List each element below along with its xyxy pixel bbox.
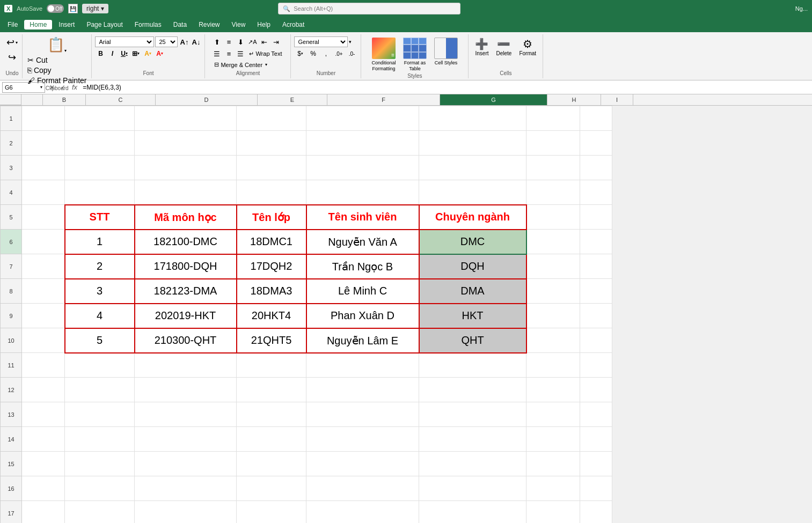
cell-I3[interactable] — [580, 156, 612, 180]
cell-F1[interactable] — [306, 106, 419, 131]
fill-color-button[interactable]: A▾ — [142, 48, 153, 59]
col-header-B[interactable]: B — [43, 94, 86, 105]
cell-G6[interactable]: DMC — [419, 230, 526, 254]
cell-H2[interactable] — [526, 131, 580, 156]
cell-E1[interactable] — [237, 106, 306, 131]
cell-F3[interactable] — [306, 156, 419, 180]
indent-decrease-button[interactable]: ⇤ — [259, 36, 269, 47]
wrap-text-button[interactable]: ↵ Wrap Text — [247, 50, 284, 58]
cell-C2[interactable] — [65, 131, 135, 156]
orientation-button[interactable]: ↗A — [247, 36, 258, 47]
cell-I2[interactable] — [580, 131, 612, 156]
col-header-D[interactable]: D — [156, 94, 258, 105]
insert-cells-button[interactable]: ➕ Insert — [472, 36, 492, 57]
cell-E6[interactable]: 18DMC1 — [237, 230, 306, 254]
cell-F9[interactable]: Phan Xuân D — [306, 304, 419, 328]
align-middle-button[interactable]: ≡ — [223, 36, 234, 47]
cell-styles-button[interactable]: Cell Styles — [431, 36, 460, 67]
cell-F5-ten-sinh-vien[interactable]: Tên sinh viên — [306, 205, 419, 230]
font-size-select[interactable]: 25 — [155, 36, 178, 47]
cell-H10[interactable] — [526, 328, 580, 353]
cell-I10[interactable] — [580, 328, 612, 353]
cell-F4[interactable] — [306, 180, 419, 205]
cell-F7[interactable]: Trần Ngọc B — [306, 254, 419, 279]
align-right-button[interactable]: ☰ — [235, 48, 246, 59]
increase-decimal-button[interactable]: .0+ — [333, 48, 345, 59]
formula-cancel-icon[interactable]: ✕ — [47, 83, 57, 92]
cell-B2[interactable] — [22, 131, 65, 156]
col-header-G[interactable]: G — [440, 94, 547, 105]
cell-C4[interactable] — [65, 180, 135, 205]
cell-E2[interactable] — [237, 131, 306, 156]
cell-E4[interactable] — [237, 180, 306, 205]
cell-G8[interactable]: DMA — [419, 279, 526, 304]
italic-button[interactable]: I — [107, 48, 118, 59]
cell-H1[interactable] — [526, 106, 580, 131]
copy-button[interactable]: ⎘ Copy — [26, 65, 88, 75]
cell-E7[interactable]: 17DQH2 — [237, 254, 306, 279]
cell-I6[interactable] — [580, 230, 612, 254]
cell-B5[interactable] — [22, 205, 65, 230]
cell-C6[interactable]: 1 — [65, 230, 135, 254]
delete-cells-button[interactable]: ➖ Delete — [493, 36, 515, 57]
cell-D9[interactable]: 202019-HKT — [135, 304, 237, 328]
menu-home[interactable]: Home — [24, 20, 52, 30]
menu-view[interactable]: View — [226, 20, 251, 30]
cell-C10[interactable]: 5 — [65, 328, 135, 353]
cell-H5[interactable] — [526, 205, 580, 230]
cell-I5[interactable] — [580, 205, 612, 230]
underline-button[interactable]: U▾ — [119, 48, 129, 59]
cell-E9[interactable]: 20HKT4 — [237, 304, 306, 328]
cell-C5-stt[interactable]: STT — [65, 205, 135, 230]
cell-H3[interactable] — [526, 156, 580, 180]
formula-confirm-icon[interactable]: ✓ — [58, 83, 68, 92]
borders-button[interactable]: ⊞▾ — [130, 48, 141, 59]
cell-F6[interactable]: Nguyễn Văn A — [306, 230, 419, 254]
cell-D10[interactable]: 210300-QHT — [135, 328, 237, 353]
cell-B4[interactable] — [22, 180, 65, 205]
cell-B6[interactable] — [22, 230, 65, 254]
font-name-select[interactable]: Arial — [95, 36, 154, 47]
cell-reference-box[interactable]: G6 ▾ — [2, 82, 45, 93]
font-color-button[interactable]: A▾ — [154, 48, 165, 59]
cell-H7[interactable] — [526, 254, 580, 279]
cell-H6[interactable] — [526, 230, 580, 254]
bold-button[interactable]: B — [95, 48, 106, 59]
cell-B8[interactable] — [22, 279, 65, 304]
cell-F10[interactable]: Nguyễn Lâm E — [306, 328, 419, 353]
align-center-button[interactable]: ≡ — [223, 48, 234, 59]
menu-insert[interactable]: Insert — [53, 20, 80, 30]
menu-file[interactable]: File — [2, 20, 23, 30]
cell-F8[interactable]: Lê Minh C — [306, 279, 419, 304]
cell-I7[interactable] — [580, 254, 612, 279]
cell-D3[interactable] — [135, 156, 237, 180]
cell-I8[interactable] — [580, 279, 612, 304]
cell-C3[interactable] — [65, 156, 135, 180]
cell-B3[interactable] — [22, 156, 65, 180]
cell-H4[interactable] — [526, 180, 580, 205]
number-format-select[interactable]: General — [294, 36, 348, 47]
cell-E8[interactable]: 18DMA3 — [237, 279, 306, 304]
cell-C8[interactable]: 3 — [65, 279, 135, 304]
percent-button[interactable]: % — [307, 48, 319, 59]
cell-B9[interactable] — [22, 304, 65, 328]
col-header-F[interactable]: F — [327, 94, 440, 105]
cell-G1[interactable] — [419, 106, 526, 131]
save-button[interactable]: 💾 — [68, 4, 78, 13]
cell-D1[interactable] — [135, 106, 237, 131]
indent-increase-button[interactable]: ⇥ — [270, 36, 281, 47]
cell-G5-chuyen-nganh[interactable]: Chuyên ngành — [419, 205, 526, 230]
cell-C9[interactable]: 4 — [65, 304, 135, 328]
cell-D2[interactable] — [135, 131, 237, 156]
cell-E3[interactable] — [237, 156, 306, 180]
paste-button[interactable]: 📋 ▾ — [46, 35, 68, 54]
cell-G3[interactable] — [419, 156, 526, 180]
cell-H8[interactable] — [526, 279, 580, 304]
cell-I9[interactable] — [580, 304, 612, 328]
menu-page-layout[interactable]: Page Layout — [81, 20, 128, 30]
comma-button[interactable]: , — [320, 48, 332, 59]
dollar-button[interactable]: $▾ — [294, 48, 306, 59]
col-header-C[interactable]: C — [86, 94, 156, 105]
conditional-formatting-button[interactable]: ≡ Conditional Formatting — [369, 36, 398, 73]
align-top-button[interactable]: ⬆ — [211, 36, 222, 47]
